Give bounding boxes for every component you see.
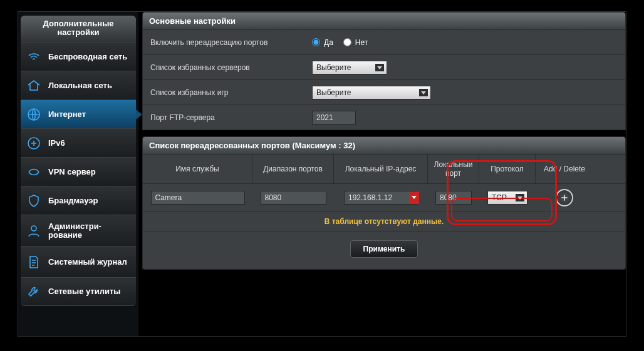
globe-icon bbox=[26, 106, 42, 123]
th-service: Имя службы bbox=[143, 155, 252, 183]
sidebar-item-admin[interactable]: Администри- рование bbox=[21, 215, 136, 246]
add-button[interactable] bbox=[556, 189, 573, 206]
sidebar-item-internet[interactable]: Интернет bbox=[21, 99, 136, 128]
main-panel: Основные настройки Включить переадресаци… bbox=[138, 12, 626, 336]
th-add-delete: Add / Delete bbox=[536, 155, 593, 183]
house-icon bbox=[26, 78, 42, 94]
section-title-basic: Основные настройки bbox=[142, 12, 626, 30]
sidebar-item-label: Сетевые утилиты bbox=[48, 287, 120, 296]
shield-icon bbox=[26, 193, 42, 209]
plus-icon bbox=[559, 193, 569, 203]
apply-section: Применить bbox=[142, 231, 626, 270]
sidebar-item-label: Системный журнал bbox=[48, 258, 127, 267]
wifi-icon bbox=[26, 49, 42, 65]
th-proto: Протокол bbox=[479, 155, 536, 183]
th-local-ip: Локальный IP-адрес bbox=[334, 155, 428, 183]
port-table-input-row: TCP bbox=[142, 184, 626, 212]
th-local-port: Локальный порт bbox=[428, 155, 479, 183]
radio-yes[interactable] bbox=[312, 38, 320, 46]
label-enable-fwd: Включить переадресацию портов bbox=[143, 38, 312, 47]
input-local-port[interactable] bbox=[435, 191, 472, 205]
radio-no-label: Нет bbox=[355, 38, 368, 47]
row-enable-fwd: Включить переадресацию портов Да Нет bbox=[142, 30, 626, 55]
sidebar-item-vpn[interactable]: VPN сервер bbox=[21, 157, 136, 186]
select-fav-games[interactable]: Выберите bbox=[312, 86, 431, 99]
apply-button[interactable]: Применить bbox=[350, 240, 418, 258]
wrench-icon bbox=[26, 283, 42, 300]
label-fav-games: Список избранных игр bbox=[143, 88, 312, 97]
sidebar-item-ipv6[interactable]: IPv6 bbox=[21, 128, 136, 157]
radio-no[interactable] bbox=[343, 38, 351, 46]
ipv6-icon bbox=[26, 135, 42, 151]
sidebar-item-syslog[interactable]: Системный журнал bbox=[21, 246, 136, 277]
row-ftp-port: Порт FTP-сервера bbox=[142, 105, 626, 130]
sidebar-item-nettools[interactable]: Сетевые утилиты bbox=[21, 277, 136, 306]
sidebar-item-label: VPN сервер bbox=[48, 168, 96, 176]
radio-yes-label: Да bbox=[324, 38, 333, 47]
input-range[interactable] bbox=[261, 191, 326, 205]
log-icon bbox=[26, 254, 42, 270]
th-range: Диапазон портов bbox=[252, 155, 334, 183]
svg-point-2 bbox=[31, 226, 36, 231]
sidebar: Дополнительные настройки Беспроводная се… bbox=[18, 12, 138, 336]
sidebar-item-label: Администри- рование bbox=[48, 222, 101, 240]
vpn-icon bbox=[26, 164, 42, 180]
select-proto-value: TCP bbox=[492, 193, 507, 202]
sidebar-item-firewall[interactable]: Брандмауэр bbox=[21, 186, 136, 215]
label-ftp-port: Порт FTP-сервера bbox=[143, 113, 312, 122]
select-proto[interactable]: TCP bbox=[487, 191, 527, 205]
sidebar-item-label: IPv6 bbox=[48, 139, 65, 148]
user-icon bbox=[26, 223, 42, 239]
select-fav-servers[interactable]: Выберите bbox=[312, 61, 387, 74]
sidebar-item-label: Беспроводная сеть bbox=[48, 53, 127, 61]
empty-table-message: В таблице отсутствуют данные. bbox=[142, 212, 626, 231]
ip-dropdown-icon[interactable] bbox=[409, 191, 419, 204]
sidebar-item-label: Брандмауэр bbox=[48, 196, 98, 205]
sidebar-item-label: Интернет bbox=[48, 110, 86, 119]
select-fav-games-value: Выберите bbox=[316, 88, 351, 97]
input-ftp-port[interactable] bbox=[312, 111, 356, 125]
select-fav-servers-value: Выберите bbox=[316, 63, 351, 72]
sidebar-item-wireless[interactable]: Беспроводная сеть bbox=[21, 42, 136, 71]
sidebar-title: Дополнительные настройки bbox=[21, 16, 136, 42]
port-table-header: Имя службы Диапазон портов Локальный IP-… bbox=[142, 155, 626, 184]
section-title-ports: Список переадресованных портов (Максимум… bbox=[142, 136, 626, 155]
input-service[interactable] bbox=[151, 191, 245, 205]
label-fav-servers: Список избранных серверов bbox=[143, 63, 312, 72]
row-fav-servers: Список избранных серверов Выберите bbox=[142, 55, 626, 80]
row-fav-games: Список избранных игр Выберите bbox=[142, 80, 626, 105]
input-local-ip[interactable] bbox=[344, 191, 418, 205]
sidebar-item-label: Локальная сеть bbox=[48, 81, 112, 90]
sidebar-item-lan[interactable]: Локальная сеть bbox=[21, 71, 136, 99]
